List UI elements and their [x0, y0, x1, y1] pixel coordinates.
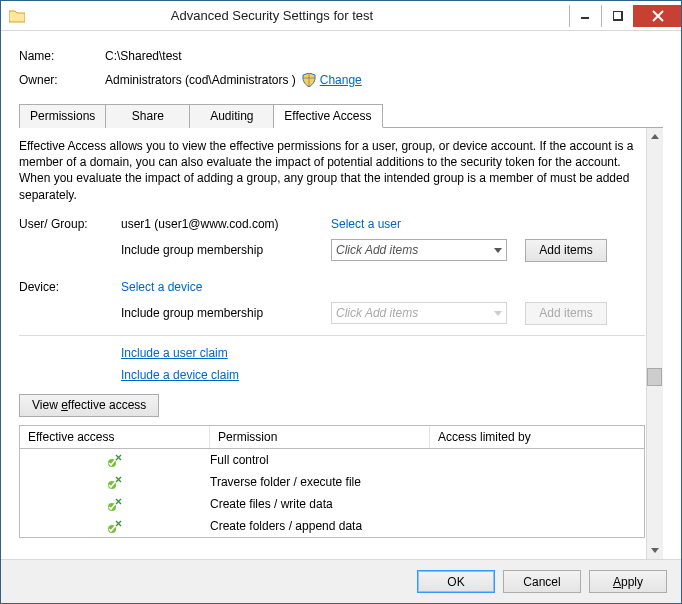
minimize-button[interactable] — [569, 5, 601, 27]
permission-cell: Create files / write data — [210, 497, 430, 511]
titlebar: Advanced Security Settings for test — [1, 1, 681, 31]
allow-icon — [107, 452, 123, 468]
user-group-include-row: Include group membership Click Add items… — [19, 239, 645, 262]
permission-cell: Create folders / append data — [210, 519, 430, 533]
window-controls — [569, 5, 681, 27]
permission-cell: Traverse folder / execute file — [210, 475, 430, 489]
scroll-thumb[interactable] — [647, 368, 662, 386]
device-include-membership-label: Include group membership — [121, 306, 331, 320]
col-permission[interactable]: Permission — [210, 426, 430, 448]
allow-icon — [107, 518, 123, 534]
table-row: Traverse folder / execute file — [20, 471, 644, 493]
select-user-link[interactable]: Select a user — [331, 217, 401, 231]
ok-button[interactable]: OK — [417, 570, 495, 593]
table-row: Full control — [20, 449, 644, 471]
include-user-claim-row: Include a user claim — [19, 346, 645, 360]
col-effective-access[interactable]: Effective access — [20, 426, 210, 448]
name-label: Name: — [19, 49, 105, 63]
owner-label: Owner: — [19, 73, 105, 87]
name-row: Name: C:\Shared\test — [19, 49, 663, 63]
separator — [19, 335, 645, 336]
vertical-scrollbar[interactable] — [646, 128, 663, 559]
tab-effective-access[interactable]: Effective Access — [274, 104, 382, 128]
results-body: Full control Traverse folder / execute f… — [19, 449, 645, 538]
folder-icon — [9, 9, 25, 23]
chevron-down-icon — [494, 243, 502, 257]
change-owner-link[interactable]: Change — [320, 73, 362, 87]
apply-button[interactable]: Apply — [589, 570, 667, 593]
device-label: Device: — [19, 280, 121, 294]
user-group-value: user1 (user1@www.cod.com) — [121, 217, 331, 231]
results-header: Effective access Permission Access limit… — [19, 425, 645, 449]
svg-rect-0 — [581, 17, 589, 19]
tab-share[interactable]: Share — [106, 104, 190, 128]
content-area: Name: C:\Shared\test Owner: Administrato… — [1, 31, 681, 559]
col-access-limited-by[interactable]: Access limited by — [430, 426, 644, 448]
select-device-link[interactable]: Select a device — [121, 280, 202, 294]
device-group-select-text: Click Add items — [336, 306, 418, 320]
table-row: Create files / write data — [20, 493, 644, 515]
include-user-claim-link[interactable]: Include a user claim — [121, 346, 228, 360]
user-group-row: User/ Group: user1 (user1@www.cod.com) S… — [19, 217, 645, 231]
table-row: Create folders / append data — [20, 515, 644, 537]
user-group-label: User/ Group: — [19, 217, 121, 231]
security-settings-window: Advanced Security Settings for test Name… — [0, 0, 682, 604]
owner-value: Administrators (cod\Administrators ) — [105, 73, 296, 87]
tabstrip: Permissions Share Auditing Effective Acc… — [19, 103, 663, 128]
include-device-claim-link[interactable]: Include a device claim — [121, 368, 239, 382]
chevron-down-icon — [494, 306, 502, 320]
tab-auditing[interactable]: Auditing — [190, 104, 274, 128]
scroll-down-arrow-icon[interactable] — [648, 542, 663, 559]
device-row: Device: Select a device — [19, 280, 645, 294]
maximize-button[interactable] — [601, 5, 633, 27]
allow-icon — [107, 474, 123, 490]
view-effective-access-label: View effective access — [32, 398, 146, 412]
device-include-row: Include group membership Click Add items… — [19, 302, 645, 325]
svg-rect-1 — [613, 11, 622, 20]
view-effective-access-button[interactable]: View effective access — [19, 394, 159, 417]
add-items-device-button: Add items — [525, 302, 607, 325]
tab-permissions[interactable]: Permissions — [19, 104, 106, 128]
shield-icon — [302, 73, 316, 87]
window-title: Advanced Security Settings for test — [35, 8, 569, 23]
allow-icon — [107, 496, 123, 512]
user-group-select-text: Click Add items — [336, 243, 418, 257]
user-group-select[interactable]: Click Add items — [331, 239, 507, 261]
owner-row: Owner: Administrators (cod\Administrator… — [19, 73, 663, 87]
scroll-up-arrow-icon[interactable] — [648, 128, 663, 145]
description-text: Effective Access allows you to view the … — [19, 138, 645, 203]
cancel-button[interactable]: Cancel — [503, 570, 581, 593]
dialog-footer: OK Cancel Apply — [1, 559, 681, 603]
name-value: C:\Shared\test — [105, 49, 182, 63]
user-include-membership-label: Include group membership — [121, 243, 331, 257]
permission-cell: Full control — [210, 453, 430, 467]
include-device-claim-row: Include a device claim — [19, 368, 645, 382]
tab-panel: Effective Access allows you to view the … — [19, 128, 663, 559]
add-items-user-button[interactable]: Add items — [525, 239, 607, 262]
device-group-select: Click Add items — [331, 302, 507, 324]
close-button[interactable] — [633, 5, 681, 27]
